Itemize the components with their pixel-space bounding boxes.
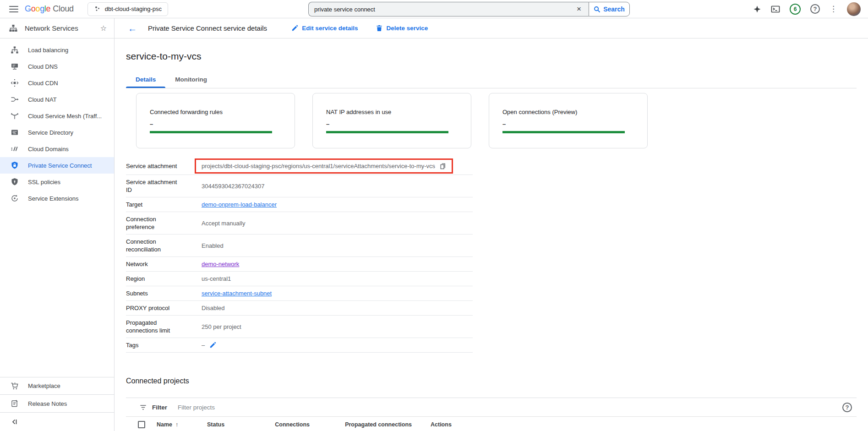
clear-search-icon[interactable]: ×	[575, 5, 583, 14]
detail-label: Network	[126, 260, 202, 268]
detail-row-network: Network demo-network	[126, 257, 473, 272]
edit-service-button[interactable]: Edit service details	[291, 25, 358, 32]
sort-ascending-icon[interactable]: ↑	[175, 421, 179, 428]
more-options-icon[interactable]: ⋮	[830, 4, 837, 14]
tab-details[interactable]: Details	[126, 72, 165, 88]
sidebar-item-service-directory[interactable]: Service Directory	[0, 124, 114, 141]
delete-service-label: Delete service	[386, 25, 428, 32]
cloud-dns-icon	[11, 62, 19, 71]
sidebar-item-service-extensions[interactable]: Service Extensions	[0, 190, 114, 207]
sidebar-item-marketplace[interactable]: Marketplace	[0, 377, 114, 394]
connected-projects-heading: Connected projects	[126, 377, 857, 385]
detail-row-connection-preference: Connection preference Accept manually	[126, 212, 473, 235]
logo-letter: e	[46, 4, 51, 14]
detail-value: Accept manually	[202, 219, 473, 227]
detail-label: Target	[126, 201, 202, 208]
target-link[interactable]: demo-onprem-load-balancer	[202, 201, 277, 208]
network-link[interactable]: demo-network	[202, 260, 239, 268]
menu-icon[interactable]	[9, 6, 18, 12]
filter-label[interactable]: Filter	[152, 404, 167, 411]
search-button[interactable]: Search	[589, 2, 630, 16]
sidebar-item-load-balancing[interactable]: Load balancing	[0, 42, 114, 58]
main-content: service-to-my-vcs Details Monitoring Con…	[115, 38, 868, 431]
detail-label: Subnets	[126, 289, 202, 297]
tags-value: –	[202, 341, 205, 349]
collapse-sidebar-icon	[11, 418, 18, 426]
subnet-link[interactable]: service-attachment-subnet	[202, 289, 272, 297]
project-name: dbt-cloud-staging-psc	[105, 5, 162, 12]
favorite-star-icon[interactable]: ☆	[100, 24, 107, 33]
column-header-propagated-connections[interactable]: Propagated connections	[310, 421, 412, 428]
column-header-name[interactable]: Name	[157, 421, 172, 428]
column-header-connections[interactable]: Connections	[262, 421, 310, 428]
project-selector[interactable]: dbt-cloud-staging-psc	[87, 2, 168, 16]
connected-projects-table: Name ↑ Status Connections Propagated con…	[126, 416, 857, 431]
service-extensions-icon	[11, 194, 19, 202]
detail-value-cell: demo-onprem-load-balancer	[202, 201, 473, 208]
gemini-icon[interactable]	[753, 5, 761, 13]
ssl-policies-icon	[11, 178, 19, 186]
detail-row-service-attachment: Service attachment projects/dbt-cloud-st…	[126, 158, 473, 175]
google-cloud-logo[interactable]: Google Cloud	[25, 4, 74, 14]
filter-projects-input[interactable]: Filter projects	[178, 404, 842, 411]
connected-projects-toolbar: Filter Filter projects ?	[126, 398, 857, 416]
edit-tags-icon[interactable]	[209, 342, 216, 349]
copy-icon[interactable]	[440, 163, 446, 169]
sidebar-item-cloud-cdn[interactable]: Cloud CDN	[0, 75, 114, 91]
service-directory-icon	[11, 128, 19, 136]
header-checkbox-cell	[126, 421, 152, 428]
sidebar-item-release-notes[interactable]: Release Notes	[0, 395, 114, 412]
table-help-icon[interactable]: ?	[842, 403, 852, 412]
more-glyph: ⋮	[830, 4, 837, 14]
sidebar-item-cloud-service-mesh[interactable]: Cloud Service Mesh (Traff...	[0, 108, 114, 124]
card-title: Connected forwarding rules	[150, 109, 281, 115]
column-header-name-cell: Name ↑	[152, 421, 205, 428]
metric-cards: Connected forwarding rules – NAT IP addr…	[136, 93, 857, 148]
detail-label: Region	[126, 275, 202, 283]
collapse-sidebar-button[interactable]	[0, 413, 114, 431]
sidebar-item-private-service-connect[interactable]: Private Service Connect	[0, 157, 114, 174]
sidebar-item-cloud-nat[interactable]: Cloud NAT	[0, 91, 114, 108]
card-nat-ip-addresses: NAT IP addresses in use –	[312, 93, 471, 148]
help-icon[interactable]: ?	[810, 4, 820, 14]
select-all-checkbox[interactable]	[138, 421, 145, 428]
release-notes-icon	[11, 399, 19, 408]
trash-icon	[376, 25, 382, 32]
sidebar-item-cloud-domains[interactable]: Cloud Domains	[0, 141, 114, 157]
avatar[interactable]	[847, 2, 861, 16]
sidebar-item-label: Cloud CDN	[28, 80, 58, 87]
delete-service-button[interactable]: Delete service	[376, 25, 428, 32]
card-value: –	[150, 120, 281, 127]
detail-value-cell: demo-network	[202, 260, 473, 268]
detail-row-connection-reconciliation: Connection reconciliation Enabled	[126, 235, 473, 257]
search-input[interactable]	[314, 6, 575, 13]
sidebar-item-ssl-policies[interactable]: SSL policies	[0, 174, 114, 190]
load-balancing-icon	[11, 46, 19, 54]
sidebar-item-cloud-dns[interactable]: Cloud DNS	[0, 58, 114, 75]
tab-monitoring[interactable]: Monitoring	[165, 72, 217, 88]
sidebar-item-label: SSL policies	[28, 179, 60, 185]
detail-label: Service attachment	[126, 162, 202, 170]
logo-letter: o	[31, 4, 36, 14]
back-arrow-icon[interactable]: ←	[128, 24, 137, 33]
gcp-console: Google Cloud dbt-cloud-staging-psc × Sea…	[0, 0, 868, 431]
card-title: Open connections (Preview)	[502, 109, 634, 115]
pencil-icon	[291, 25, 298, 32]
column-header-status[interactable]: Status	[205, 421, 262, 428]
notifications-badge[interactable]: 6	[790, 4, 801, 15]
detail-value: Enabled	[202, 242, 473, 250]
page-header: ← Private Service Connect service detail…	[115, 18, 868, 38]
search-field[interactable]: ×	[308, 2, 589, 16]
cloud-shell-icon[interactable]	[771, 5, 780, 13]
network-services-icon	[9, 24, 18, 33]
card-value: –	[502, 120, 634, 127]
logo-letter: o	[35, 4, 40, 14]
sidebar-footer: Marketplace Release Notes	[0, 377, 114, 431]
sidebar-item-label: Private Service Connect	[28, 162, 92, 169]
edit-service-label: Edit service details	[302, 25, 358, 32]
detail-value: us-central1	[202, 275, 473, 283]
cloud-cdn-icon	[11, 79, 19, 87]
card-sparkline	[502, 131, 625, 133]
card-connected-forwarding-rules: Connected forwarding rules –	[136, 93, 295, 148]
detail-row-tags: Tags –	[126, 338, 473, 353]
